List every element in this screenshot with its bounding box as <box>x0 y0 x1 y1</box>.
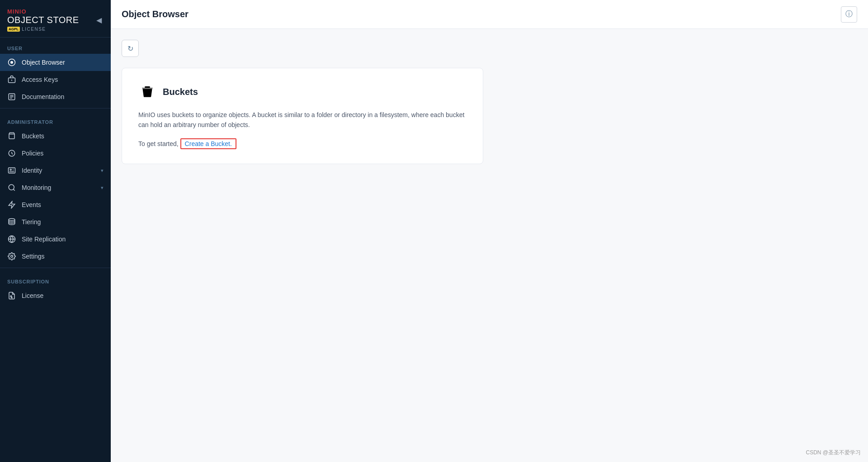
documentation-label: Documentation <box>22 93 104 100</box>
object-browser-label: Object Browser <box>22 59 104 66</box>
tiering-label: Tiering <box>22 218 104 226</box>
access-keys-icon <box>7 75 16 84</box>
bucket-card-icon <box>138 83 156 101</box>
sidebar-item-object-browser[interactable]: Object Browser <box>0 54 111 71</box>
page-title: Object Browser <box>122 9 189 19</box>
sidebar-item-buckets[interactable]: Buckets <box>0 127 111 145</box>
help-button[interactable]: ⓘ <box>841 6 857 23</box>
sidebar-item-monitoring[interactable]: Monitoring ▾ <box>0 179 111 196</box>
svg-point-11 <box>9 184 14 190</box>
site-replication-icon <box>7 235 16 243</box>
content-area: ↻ Buckets MinIO uses buckets to organize… <box>111 29 868 462</box>
sidebar-item-policies[interactable]: Policies <box>0 145 111 162</box>
sidebar-item-identity[interactable]: Identity ▾ <box>0 162 111 179</box>
monitoring-chevron-icon: ▾ <box>101 185 104 191</box>
admin-section-label: Administrator <box>0 111 111 127</box>
logo-object-store: OBJECT STORE <box>7 15 79 25</box>
user-admin-divider <box>0 108 111 108</box>
policies-icon <box>7 149 16 157</box>
settings-icon <box>7 252 16 260</box>
refresh-icon: ↻ <box>127 44 133 53</box>
identity-label: Identity <box>22 167 95 174</box>
sidebar-header: MINIO OBJECT STORE AGPL LICENSE ◀ <box>0 0 111 38</box>
refresh-button[interactable]: ↻ <box>122 40 139 57</box>
license-label: License <box>22 292 104 299</box>
buckets-card: Buckets MinIO uses buckets to organize o… <box>122 68 483 164</box>
logo-minio: MINIO <box>7 8 79 15</box>
buckets-icon <box>7 132 16 140</box>
get-started-prefix: To get started, <box>138 140 179 147</box>
sidebar-item-site-replication[interactable]: Site Replication <box>0 231 111 248</box>
documentation-icon <box>7 93 16 101</box>
license-badge: AGPL LICENSE <box>7 27 79 32</box>
sidebar-item-license[interactable]: License <box>0 287 111 304</box>
buckets-label: Buckets <box>22 132 104 140</box>
sidebar-item-tiering[interactable]: Tiering <box>0 213 111 231</box>
policies-label: Policies <box>22 150 104 157</box>
help-icon: ⓘ <box>845 9 853 19</box>
buckets-description: MinIO uses buckets to organize objects. … <box>138 110 467 130</box>
buckets-card-header: Buckets <box>138 83 467 101</box>
user-section-label: User <box>0 38 111 54</box>
svg-point-10 <box>10 169 11 170</box>
svg-point-13 <box>9 219 15 221</box>
object-browser-icon <box>7 58 16 66</box>
topbar: Object Browser ⓘ <box>111 0 868 29</box>
sidebar-item-events[interactable]: Events <box>0 196 111 213</box>
monitoring-label: Monitoring <box>22 184 95 191</box>
main-content: Object Browser ⓘ ↻ Buckets <box>111 0 868 462</box>
sidebar-item-access-keys[interactable]: Access Keys <box>0 71 111 88</box>
events-label: Events <box>22 201 104 208</box>
license-text: LICENSE <box>22 27 46 32</box>
subscription-section-label: Subscription <box>0 271 111 287</box>
settings-label: Settings <box>22 253 104 260</box>
sidebar-item-settings[interactable]: Settings <box>0 248 111 265</box>
collapse-sidebar-button[interactable]: ◀ <box>94 14 104 26</box>
sidebar-item-documentation[interactable]: Documentation <box>0 88 111 105</box>
identity-chevron-icon: ▾ <box>101 168 104 174</box>
svg-point-15 <box>11 255 13 258</box>
access-keys-label: Access Keys <box>22 76 104 83</box>
sidebar: MINIO OBJECT STORE AGPL LICENSE ◀ User O… <box>0 0 111 462</box>
admin-subscription-divider <box>0 268 111 268</box>
logo-area: MINIO OBJECT STORE AGPL LICENSE <box>7 8 79 32</box>
agpl-logo: AGPL <box>7 27 20 32</box>
create-bucket-link[interactable]: Create a Bucket. <box>180 138 236 149</box>
monitoring-icon <box>7 184 16 192</box>
tiering-icon <box>7 218 16 226</box>
topbar-right: ⓘ <box>841 6 857 23</box>
svg-point-1 <box>10 61 13 64</box>
svg-rect-17 <box>145 86 150 88</box>
events-icon <box>7 201 16 209</box>
license-icon <box>7 292 16 300</box>
buckets-card-title: Buckets <box>163 87 198 97</box>
svg-rect-9 <box>9 168 15 173</box>
minio-text: MINIO <box>7 8 27 15</box>
identity-icon <box>7 166 16 174</box>
get-started-text: To get started, Create a Bucket. <box>138 138 467 149</box>
site-replication-label: Site Replication <box>22 236 104 243</box>
svg-line-12 <box>13 189 14 190</box>
